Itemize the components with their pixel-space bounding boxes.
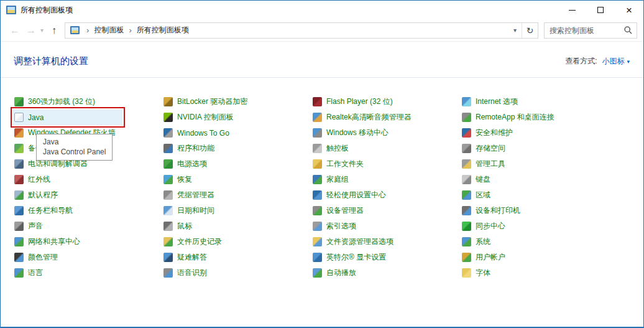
close-button[interactable]: × bbox=[615, 1, 643, 19]
minimize-icon bbox=[569, 10, 576, 11]
control-panel-item[interactable]: Java bbox=[13, 110, 122, 125]
control-panel-item-label: 恢复 bbox=[177, 174, 192, 185]
control-panel-item[interactable]: 声音 bbox=[13, 218, 48, 234]
control-panel-item[interactable]: 疑难解答 bbox=[162, 250, 212, 265]
360-uninstall-icon bbox=[14, 97, 24, 106]
control-panel-item[interactable]: Realtek高清晰音频管理器 bbox=[311, 110, 416, 125]
control-panel-item[interactable]: 设备管理器 bbox=[311, 203, 369, 218]
control-panel-item[interactable]: 触控板 bbox=[311, 141, 354, 156]
recent-locations-chevron-icon[interactable]: ▾ bbox=[39, 26, 45, 35]
control-panel-item-label: 自动播放 bbox=[326, 268, 356, 278]
control-panel-item[interactable]: 同步中心 bbox=[461, 218, 510, 234]
back-button[interactable]: ← bbox=[7, 24, 23, 37]
control-panel-item[interactable]: 日期和时间 bbox=[162, 203, 219, 218]
control-panel-item[interactable]: 恢复 bbox=[162, 172, 197, 187]
maximize-button[interactable] bbox=[586, 1, 615, 19]
up-button[interactable]: ↑ bbox=[48, 24, 60, 37]
control-panel-window: 所有控制面板项 × ← → ▾ ↑ › 控制面板 › 所有控制面板项 ▾ ↻ bbox=[0, 0, 644, 328]
control-panel-item[interactable]: 文件资源管理器选项 bbox=[311, 234, 398, 250]
up-icon: ↑ bbox=[52, 25, 57, 35]
control-panel-item[interactable]: 管理工具 bbox=[461, 156, 510, 172]
control-panel-item-label: 区域 bbox=[476, 190, 490, 200]
control-panel-app-icon bbox=[6, 6, 16, 14]
navigation-bar: ← → ▾ ↑ › 控制面板 › 所有控制面板项 ▾ ↻ bbox=[1, 19, 643, 42]
network-sharing-center-icon bbox=[14, 237, 24, 246]
address-dropdown-chevron-icon[interactable]: ▾ bbox=[508, 27, 522, 34]
control-panel-item[interactable]: 语音识别 bbox=[162, 265, 212, 281]
control-panel-item[interactable]: Flash Player (32 位) bbox=[311, 94, 398, 110]
window-controls: × bbox=[558, 1, 643, 19]
control-panel-item-label: Windows 移动中心 bbox=[326, 128, 389, 138]
refresh-button[interactable]: ↻ bbox=[522, 23, 538, 38]
control-panel-item[interactable]: 电源选项 bbox=[162, 156, 212, 172]
control-panel-item[interactable]: 凭据管理器 bbox=[162, 187, 219, 203]
control-panel-item[interactable]: Internet 选项 bbox=[461, 94, 523, 110]
control-panel-item-label: Windows To Go bbox=[177, 129, 229, 138]
breadcrumb-all-items[interactable]: 所有控制面板项 bbox=[137, 25, 189, 35]
control-panel-item[interactable]: Windows To Go bbox=[162, 125, 234, 141]
control-panel-item-label: 系统 bbox=[476, 237, 490, 247]
user-accounts-icon bbox=[462, 253, 471, 262]
control-panel-item[interactable]: 颜色管理 bbox=[13, 250, 63, 265]
windows-to-go-icon bbox=[163, 128, 173, 138]
control-panel-item[interactable]: 区域 bbox=[461, 187, 495, 203]
items-column: 360强力卸载 (32 位)JavaWindows Defender 防火墙备份… bbox=[13, 94, 162, 281]
control-panel-item-label: 英特尔® 显卡设置 bbox=[326, 252, 386, 263]
autoplay-icon bbox=[313, 268, 322, 278]
control-panel-item[interactable]: 键盘 bbox=[461, 172, 495, 187]
control-panel-item[interactable]: 设备和打印机 bbox=[461, 203, 525, 218]
control-panel-item-label: RemoteApp 和桌面连接 bbox=[476, 112, 554, 123]
breadcrumb-control-panel[interactable]: 控制面板 bbox=[94, 25, 124, 35]
mobility-center-icon bbox=[313, 128, 322, 138]
nvidia-icon bbox=[163, 113, 173, 122]
control-panel-item[interactable]: 红外线 bbox=[13, 172, 55, 187]
control-panel-item[interactable]: 网络和共享中心 bbox=[13, 234, 85, 250]
crumb-separator-icon: › bbox=[124, 26, 136, 35]
window-title: 所有控制面板项 bbox=[21, 5, 558, 16]
control-panel-item[interactable]: 存储空间 bbox=[461, 141, 510, 156]
control-panel-item[interactable]: 轻松使用设置中心 bbox=[311, 187, 391, 203]
control-panel-item[interactable]: 文件历史记录 bbox=[162, 234, 227, 250]
control-panel-item[interactable]: Windows 移动中心 bbox=[311, 125, 393, 141]
control-panel-item[interactable]: 工作文件夹 bbox=[311, 156, 369, 172]
back-icon: ← bbox=[10, 25, 20, 35]
address-bar[interactable]: › 控制面板 › 所有控制面板项 ▾ ↻ bbox=[65, 22, 538, 39]
devices-printers-icon bbox=[462, 206, 471, 215]
control-panel-item-label: 声音 bbox=[28, 221, 43, 232]
control-panel-item[interactable]: 系统 bbox=[461, 234, 495, 250]
minimize-button[interactable] bbox=[558, 1, 586, 19]
control-panel-item[interactable]: RemoteApp 和桌面连接 bbox=[461, 110, 559, 125]
control-panel-item[interactable]: 360强力卸载 (32 位) bbox=[13, 94, 100, 110]
control-panel-item-label: 360强力卸载 (32 位) bbox=[28, 96, 95, 107]
control-panel-item[interactable]: 家庭组 bbox=[311, 172, 354, 187]
control-panel-item[interactable]: 字体 bbox=[461, 265, 495, 281]
control-panel-item[interactable]: 英特尔® 显卡设置 bbox=[311, 250, 391, 265]
control-panel-item-label: 轻松使用设置中心 bbox=[326, 190, 386, 200]
touchpad-icon bbox=[313, 144, 322, 153]
search-input[interactable] bbox=[545, 26, 624, 35]
control-panel-item[interactable]: BitLocker 驱动器加密 bbox=[162, 94, 252, 110]
phone-modem-icon bbox=[14, 159, 24, 169]
control-panel-item[interactable]: 索引选项 bbox=[311, 218, 361, 234]
control-panel-item-label: 红外线 bbox=[28, 174, 50, 185]
control-panel-item[interactable]: 任务栏和导航 bbox=[13, 203, 78, 218]
control-panel-item[interactable]: 自动播放 bbox=[311, 265, 361, 281]
sound-icon bbox=[14, 222, 24, 231]
control-panel-item[interactable]: 用户帐户 bbox=[461, 250, 510, 265]
close-icon: × bbox=[626, 5, 632, 16]
control-panel-item[interactable]: 程序和功能 bbox=[162, 141, 219, 156]
view-by-value[interactable]: 小图标 bbox=[602, 56, 624, 67]
intel-graphics-icon bbox=[313, 253, 322, 262]
forward-button[interactable]: → bbox=[23, 24, 39, 37]
indexing-options-icon bbox=[313, 222, 322, 231]
control-panel-item[interactable]: 鼠标 bbox=[162, 218, 197, 234]
view-by-caret-icon[interactable]: ▾ bbox=[627, 59, 630, 65]
region-icon bbox=[462, 190, 471, 200]
search-icon[interactable] bbox=[624, 26, 632, 34]
items-column: Flash Player (32 位)Realtek高清晰音频管理器Window… bbox=[311, 94, 461, 281]
control-panel-item[interactable]: 默认程序 bbox=[13, 187, 63, 203]
control-panel-item-label: 文件历史记录 bbox=[177, 237, 222, 247]
control-panel-item[interactable]: 语言 bbox=[13, 265, 48, 281]
control-panel-item[interactable]: 安全和维护 bbox=[461, 125, 518, 141]
control-panel-item[interactable]: NVIDIA 控制面板 bbox=[162, 110, 239, 125]
